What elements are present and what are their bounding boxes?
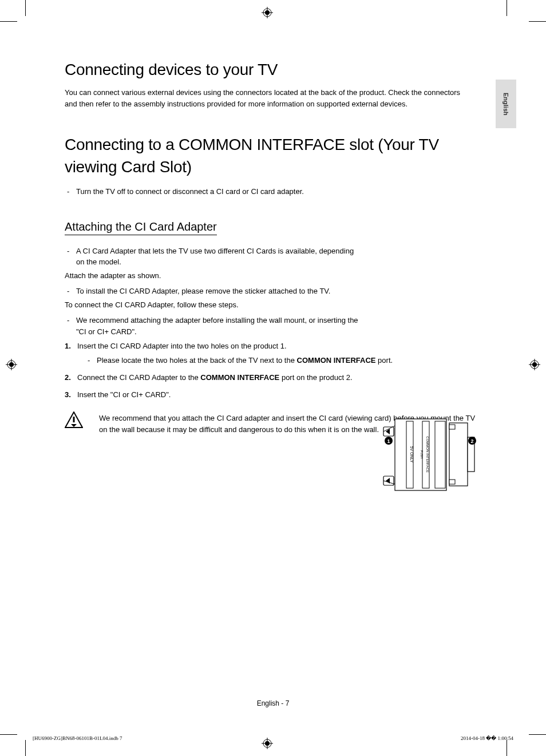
language-tab-label: English xyxy=(503,93,509,116)
ci-adapter-diagram: 1 2 5V ONLY COMMON INTERFACE xyxy=(381,414,478,497)
svg-rect-30 xyxy=(449,425,455,429)
language-tab: English xyxy=(496,80,516,128)
crop-mark xyxy=(0,734,17,735)
diagram-label-push: PUSH xyxy=(420,450,424,458)
warning-icon xyxy=(65,411,83,429)
crop-mark xyxy=(507,740,507,756)
svg-rect-35 xyxy=(73,417,75,422)
step-3: Insert the "CI or CI+ CARD". xyxy=(65,389,482,401)
crop-mark xyxy=(529,734,546,735)
page-number: English - 7 xyxy=(0,699,546,707)
crop-mark xyxy=(529,21,546,22)
diagram-label-ci: COMMON INTERFACE xyxy=(426,436,429,472)
step-1: Insert the CI CARD Adapter into the two … xyxy=(65,341,482,366)
body-text: To connect the CI CARD Adapter, follow t… xyxy=(65,299,360,311)
svg-rect-27 xyxy=(435,421,445,488)
list-item: Turn the TV off to connect or disconnect… xyxy=(67,186,482,197)
crop-mark xyxy=(0,21,17,22)
crop-mark xyxy=(507,0,507,16)
registration-mark-icon xyxy=(262,7,273,18)
list-item: We recommend attaching the adapter befor… xyxy=(67,315,360,337)
heading-common-interface: Connecting to a COMMON INTERFACE slot (Y… xyxy=(65,133,482,178)
subheading-attaching-adapter: Attaching the CI Card Adapter xyxy=(65,220,217,235)
step-2: Connect the CI CARD Adapter to the COMMO… xyxy=(65,372,482,384)
list-item: To install the CI CARD Adapter, please r… xyxy=(67,286,360,297)
svg-text:2: 2 xyxy=(470,438,473,444)
svg-text:1: 1 xyxy=(387,438,390,444)
svg-rect-28 xyxy=(449,423,468,486)
crop-mark xyxy=(25,740,26,756)
ci-note-list: Turn the TV off to connect or disconnect… xyxy=(65,186,482,197)
footer-filename: [HU6900-ZG]BN68-06101B-01L04.indb 7 xyxy=(33,735,122,741)
installation-steps: Insert the CI CARD Adapter into the two … xyxy=(65,341,482,401)
registration-mark-icon xyxy=(262,738,273,749)
left-column: A CI Card Adapter that lets the TV use t… xyxy=(65,246,360,338)
svg-rect-31 xyxy=(449,480,455,484)
page-content: Connecting devices to your TV You can co… xyxy=(65,61,482,435)
step-text: Insert the CI CARD Adapter into the two … xyxy=(77,342,287,350)
svg-marker-36 xyxy=(71,424,77,427)
registration-mark-icon xyxy=(529,359,540,370)
diagram-label-5v: 5V ONLY xyxy=(410,446,414,462)
footer-timestamp: 2014-04-18 �� 1:00:54 xyxy=(461,735,513,741)
list-item: Please locate the two holes at the back … xyxy=(88,355,482,366)
crop-mark xyxy=(25,0,26,16)
body-text: Attach the adapter as shown. xyxy=(65,270,360,282)
heading-connecting-devices: Connecting devices to your TV xyxy=(65,61,482,79)
list-item: A CI Card Adapter that lets the TV use t… xyxy=(67,246,360,268)
intro-paragraph: You can connect various external devices… xyxy=(65,87,465,109)
registration-mark-icon xyxy=(6,359,17,370)
